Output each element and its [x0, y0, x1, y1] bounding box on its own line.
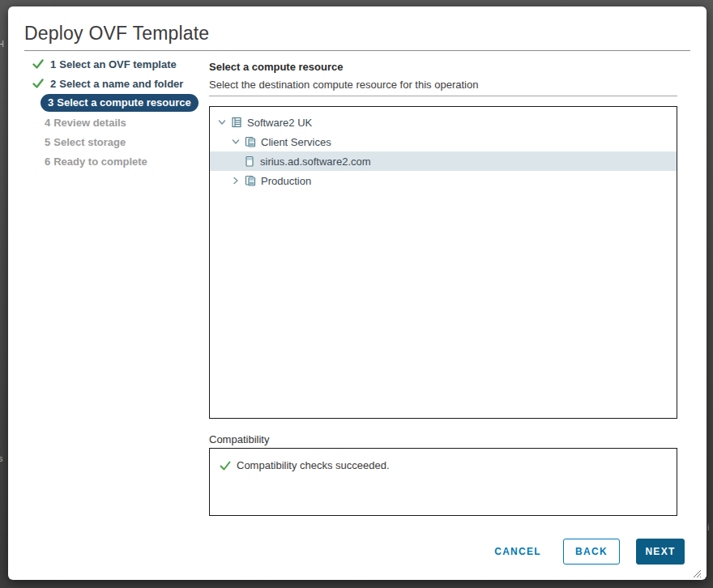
- tree-item-label: Software2 UK: [247, 117, 312, 129]
- title-divider: [24, 50, 690, 51]
- tree-item-host-selected[interactable]: sirius.ad.software2.com: [210, 151, 677, 171]
- step-label: 2Select a name and folder: [50, 78, 183, 90]
- background-text-fragment: s: [0, 454, 3, 463]
- chevron-down-icon[interactable]: [230, 136, 241, 147]
- chevron-right-icon[interactable]: [230, 175, 241, 186]
- back-button[interactable]: BACK: [563, 539, 620, 565]
- wizard-step-1[interactable]: 1Select an OVF template: [8, 54, 211, 74]
- panel-heading: Select a compute resource: [209, 61, 343, 73]
- tree-item-label: Client Services: [261, 136, 331, 148]
- background-text-fragment: H: [0, 39, 4, 49]
- background-text-fragment: i: [707, 522, 709, 532]
- compute-resource-tree: Software2 UK Client Services: [209, 106, 677, 419]
- dialog-title: Deploy OVF Template: [24, 23, 209, 44]
- compatibility-box: Compatibility checks succeeded.: [209, 448, 677, 516]
- tree-item-cluster-client-services[interactable]: Client Services: [210, 132, 677, 151]
- modal-backdrop: H s i Deploy OVF Template 1Select an OVF…: [0, 0, 713, 588]
- tree-item-cluster-production[interactable]: Production: [210, 171, 677, 190]
- step-label: 4Review details: [45, 117, 126, 129]
- chevron-down-icon[interactable]: [216, 117, 228, 128]
- panel-subheading: Select the destination compute resource …: [209, 79, 478, 91]
- compatibility-status-row: Compatibility checks succeeded.: [210, 449, 677, 471]
- check-icon: [32, 78, 44, 89]
- step-label: 6Ready to complete: [45, 156, 147, 168]
- step-label: 5Select storage: [45, 136, 126, 148]
- wizard-step-3-current[interactable]: 3Select a compute resource: [8, 93, 211, 113]
- check-icon: [32, 58, 44, 70]
- dialog-footer: CANCEL BACK NEXT: [494, 539, 685, 565]
- tree-item-datacenter[interactable]: Software2 UK: [210, 113, 677, 132]
- tree-item-label: Production: [261, 175, 311, 187]
- wizard-steps: 1Select an OVF template 2Select a name a…: [8, 54, 211, 171]
- deploy-ovf-template-dialog: Deploy OVF Template 1Select an OVF templ…: [8, 6, 707, 580]
- resize-handle-icon[interactable]: [692, 567, 702, 577]
- cluster-icon: [245, 136, 256, 147]
- wizard-step-6[interactable]: 6Ready to complete: [8, 151, 211, 171]
- check-icon: [220, 460, 231, 471]
- datacenter-icon: [231, 117, 242, 128]
- tree-item-label: sirius.ad.software2.com: [260, 156, 371, 168]
- panel-divider: [209, 96, 677, 96]
- cancel-button[interactable]: CANCEL: [494, 539, 541, 565]
- wizard-step-4[interactable]: 4Review details: [8, 113, 211, 132]
- next-button[interactable]: NEXT: [636, 539, 685, 565]
- compatibility-label: Compatibility: [209, 433, 269, 445]
- wizard-step-2[interactable]: 2Select a name and folder: [8, 74, 211, 93]
- active-step-pill: 3Select a compute resource: [41, 94, 199, 112]
- compatibility-message: Compatibility checks succeeded.: [237, 459, 390, 471]
- host-icon: [244, 156, 255, 167]
- step-label: 1Select an OVF template: [50, 58, 177, 70]
- wizard-step-5[interactable]: 5Select storage: [8, 132, 211, 151]
- cluster-icon: [245, 175, 256, 186]
